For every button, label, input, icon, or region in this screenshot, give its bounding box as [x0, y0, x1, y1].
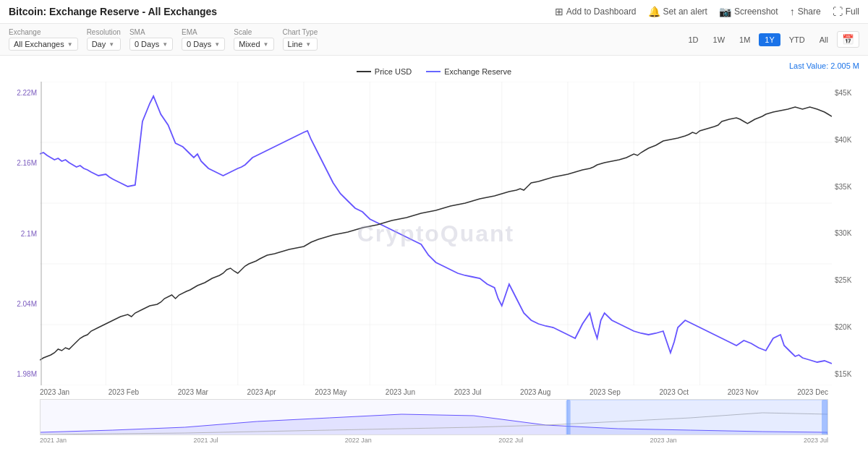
resolution-dropdown-arrow: ▼: [109, 41, 114, 48]
chart-area: CryptoQuant: [40, 82, 832, 385]
svg-rect-18: [568, 400, 827, 435]
y-axis-right: $45K $40K $35K $30K $25K $20K $15K: [832, 82, 868, 385]
x-label-apr: 2023 Apr: [247, 388, 276, 396]
mini-chart-svg: [41, 400, 827, 435]
add-dashboard-button[interactable]: ⊞ Add to Dashboard: [555, 6, 637, 17]
camera-icon: 📷: [719, 6, 731, 17]
chart-type-dropdown-arrow: ▼: [305, 41, 311, 48]
legend-line-blue: [426, 71, 441, 72]
fullscreen-button[interactable]: ⛶ Full: [833, 6, 859, 17]
mini-x-axis: 2021 Jan 2021 Jul 2022 Jan 2022 Jul 2023…: [0, 435, 868, 445]
sma-dropdown[interactable]: 0 Days ▼: [129, 38, 173, 51]
y-right-label-5: $20K: [835, 323, 865, 331]
share-icon: ↑: [790, 6, 795, 17]
legend-price-usd: Price USD: [357, 67, 412, 76]
exchange-dropdown-group: Exchange All Exchanges ▼: [9, 28, 78, 51]
page-title: Bitcoin: Exchange Reserve - All Exchange…: [9, 6, 217, 17]
chart-container: Price USD Exchange Reserve Last Value: 2…: [0, 56, 868, 448]
y-right-label-4: $25K: [835, 276, 865, 284]
x-label-jun: 2023 Jun: [386, 388, 415, 396]
calendar-button[interactable]: 📅: [837, 31, 859, 48]
time-btn-1w[interactable]: 1W: [707, 33, 731, 46]
chart-wrapper: 2.22M 2.16M 2.1M 2.04M 1.98M CryptoQuant: [0, 82, 868, 385]
chart-type-dropdown[interactable]: Line ▼: [283, 38, 318, 51]
y-right-label-0: $45K: [835, 89, 865, 97]
time-btn-all[interactable]: All: [814, 33, 834, 46]
sma-dropdown-arrow: ▼: [162, 41, 168, 48]
mini-chart[interactable]: [40, 399, 828, 435]
svg-rect-19: [566, 400, 571, 435]
resolution-dropdown[interactable]: Day ▼: [87, 38, 121, 51]
mini-x-2021jul: 2021 Jul: [193, 437, 218, 444]
x-label-may: 2023 May: [315, 388, 346, 396]
page-header: Bitcoin: Exchange Reserve - All Exchange…: [0, 0, 868, 24]
mini-x-2022jan: 2022 Jan: [345, 437, 372, 444]
add-dashboard-icon: ⊞: [555, 6, 563, 17]
share-button[interactable]: ↑ Share: [790, 6, 821, 17]
time-btn-1d[interactable]: 1D: [682, 33, 704, 46]
y-right-label-2: $35K: [835, 183, 865, 191]
fullscreen-icon: ⛶: [833, 6, 843, 17]
y-left-label-3: 2.04M: [3, 300, 37, 308]
exchange-dropdown[interactable]: All Exchanges ▼: [9, 38, 78, 51]
y-left-label-4: 1.98M: [3, 370, 37, 378]
main-chart-svg: [40, 82, 832, 385]
x-label-sep: 2023 Sep: [590, 388, 621, 396]
scale-dropdown-group: Scale Mixed ▼: [234, 28, 273, 51]
sma-dropdown-group: SMA 0 Days ▼: [129, 28, 173, 51]
x-label-aug: 2023 Aug: [520, 388, 550, 396]
mini-chart-wrapper: 2021 Jan 2021 Jul 2022 Jan 2022 Jul 2023…: [0, 399, 868, 448]
mini-x-2023jul: 2023 Jul: [804, 437, 828, 444]
x-label-dec: 2023 Dec: [797, 388, 828, 396]
exchange-dropdown-arrow: ▼: [67, 41, 73, 48]
x-label-jan: 2023 Jan: [40, 388, 69, 396]
x-label-mar: 2023 Mar: [178, 388, 208, 396]
screenshot-button[interactable]: 📷 Screenshot: [719, 6, 778, 17]
chart-toolbar: Exchange All Exchanges ▼ Resolution Day …: [0, 24, 868, 56]
y-right-label-6: $15K: [835, 370, 865, 378]
y-left-label-0: 2.22M: [3, 89, 37, 97]
x-label-jul: 2023 Jul: [454, 388, 482, 396]
toolbar-right: 1D 1W 1M 1Y YTD All 📅: [682, 31, 859, 48]
set-alert-button[interactable]: 🔔 Set an alert: [648, 6, 707, 17]
ema-dropdown-group: EMA 0 Days ▼: [182, 28, 225, 51]
x-axis: 2023 Jan 2023 Feb 2023 Mar 2023 Apr 2023…: [0, 385, 868, 399]
header-actions: ⊞ Add to Dashboard 🔔 Set an alert 📷 Scre…: [555, 6, 859, 17]
ema-dropdown-arrow: ▼: [214, 41, 220, 48]
last-value-label: Last Value: 2.005 M: [789, 61, 859, 70]
legend-exchange-reserve: Exchange Reserve: [426, 67, 511, 76]
scale-dropdown[interactable]: Mixed ▼: [234, 38, 273, 51]
y-axis-left: 2.22M 2.16M 2.1M 2.04M 1.98M: [0, 82, 40, 385]
mini-x-2021jan: 2021 Jan: [40, 437, 67, 444]
bell-icon: 🔔: [648, 6, 660, 17]
y-right-label-3: $30K: [835, 229, 865, 237]
time-btn-1y[interactable]: 1Y: [759, 33, 780, 46]
x-label-oct: 2023 Oct: [659, 388, 689, 396]
legend-line-black: [357, 71, 371, 72]
time-btn-1m[interactable]: 1M: [733, 33, 756, 46]
svg-rect-20: [822, 400, 827, 435]
mini-x-2022jul: 2022 Jul: [498, 437, 523, 444]
time-btn-ytd[interactable]: YTD: [783, 33, 811, 46]
x-label-nov: 2023 Nov: [728, 388, 759, 396]
resolution-dropdown-group: Resolution Day ▼: [87, 28, 121, 51]
x-label-feb: 2023 Feb: [109, 388, 139, 396]
ema-dropdown[interactable]: 0 Days ▼: [182, 38, 225, 51]
y-right-label-1: $40K: [835, 136, 865, 144]
mini-x-2023jan: 2023 Jan: [650, 437, 677, 444]
toolbar-left: Exchange All Exchanges ▼ Resolution Day …: [9, 28, 318, 51]
scale-dropdown-arrow: ▼: [263, 41, 269, 48]
y-left-label-2: 2.1M: [3, 230, 37, 238]
y-left-label-1: 2.16M: [3, 159, 37, 167]
chart-legend: Price USD Exchange Reserve: [313, 61, 555, 79]
chart-type-dropdown-group: Chart Type Line ▼: [283, 28, 318, 51]
